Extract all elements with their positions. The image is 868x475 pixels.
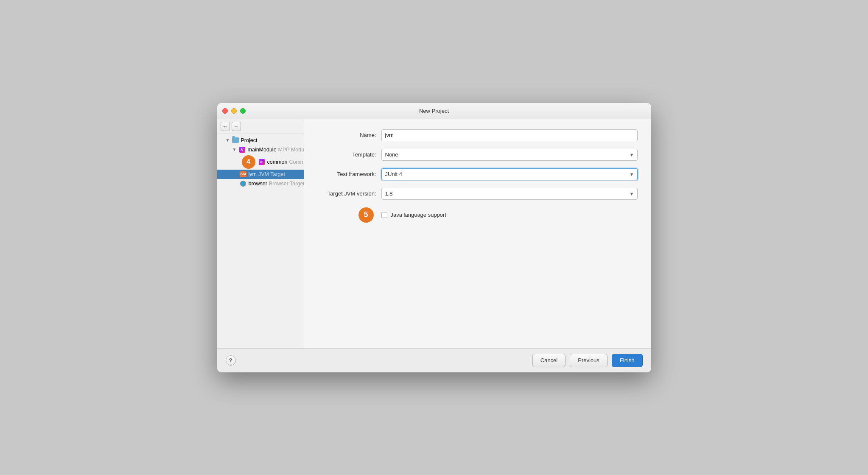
add-button[interactable]: + [221,122,230,131]
kotlin-icon-mainmodule: K [238,146,246,153]
badge-5: 5 [358,207,374,223]
traffic-lights [222,108,246,114]
template-control: None ▼ [381,149,638,161]
bottom-bar: ? Cancel Previous Finish [217,348,651,372]
tree-item-mainmodule[interactable]: ▼ K mainModule MPP Module [217,145,304,154]
jvm-label: jvm [249,171,257,177]
remove-button[interactable]: − [232,122,241,131]
browser-desc: Browser Target [269,181,305,187]
target-jvm-row: Target JVM version: 1.8 9 10 11 ▼ [318,188,638,200]
template-label: Template: [318,151,381,158]
name-input[interactable] [381,129,638,141]
jvm-icon: JVM [239,171,247,178]
previous-button[interactable]: Previous [570,354,608,367]
java-lang-label: Java language support [391,212,447,218]
target-jvm-label: Target JVM version: [318,190,381,197]
tree-item-common-row: 4 K common Common Target [217,154,304,170]
test-framework-select[interactable]: JUnit 4 JUnit 5 TestNG None [381,168,638,180]
maximize-button[interactable] [240,108,246,114]
tree-item-jvm[interactable]: JVM jvm JVM Target [217,170,304,179]
java-lang-control: Java language support [381,212,638,218]
left-panel: + − ▼ Project ▼ K mai [217,119,304,348]
content-area: + − ▼ Project ▼ K mai [217,119,651,348]
tree-item-project[interactable]: ▼ Project [217,136,304,145]
kotlin-icon-common: K [258,159,266,165]
java-lang-checkbox[interactable] [381,212,387,218]
close-button[interactable] [222,108,228,114]
tree-toolbar: + − [217,119,304,134]
name-row: Name: [318,129,638,141]
name-label: Name: [318,132,381,138]
test-framework-row: Test framework: JUnit 4 JUnit 5 TestNG N… [318,168,638,180]
common-label: common [267,159,288,165]
target-jvm-select[interactable]: 1.8 9 10 11 [381,188,638,200]
test-framework-label: Test framework: [318,171,381,177]
java-lang-row: 5 Java language support [318,207,638,223]
badge-4: 4 [242,155,255,169]
tree-container: ▼ Project ▼ K mainModule MPP Module [217,134,304,348]
finish-button[interactable]: Finish [612,354,643,367]
window-title: New Project [419,108,449,114]
name-control [381,129,638,141]
help-button[interactable]: ? [226,355,236,366]
test-framework-control: JUnit 4 JUnit 5 TestNG None ▼ [381,168,638,180]
tree-item-browser[interactable]: 🌐 browser Browser Target [217,179,304,188]
jvm-desc: JVM Target [258,171,285,177]
mainmodule-label: mainModule [248,147,277,153]
project-label: Project [241,137,258,143]
badge-5-container: 5 [318,207,381,223]
target-jvm-control: 1.8 9 10 11 ▼ [381,188,638,200]
cancel-button[interactable]: Cancel [532,354,566,367]
right-panel: Name: Template: None ▼ Test framework: [304,119,651,348]
folder-icon [232,137,239,144]
template-select[interactable]: None [381,149,638,161]
globe-icon: 🌐 [239,180,247,187]
arrow-mainmodule: ▼ [232,147,238,152]
bottom-right: Cancel Previous Finish [532,354,643,367]
minimize-button[interactable] [231,108,237,114]
new-project-window: New Project + − ▼ Project ▼ [217,103,651,372]
template-row: Template: None ▼ [318,149,638,161]
java-lang-checkbox-row: Java language support [381,212,638,218]
arrow-project: ▼ [226,138,232,142]
spacer [318,230,638,338]
titlebar: New Project [217,103,651,119]
browser-label: browser [249,181,267,187]
